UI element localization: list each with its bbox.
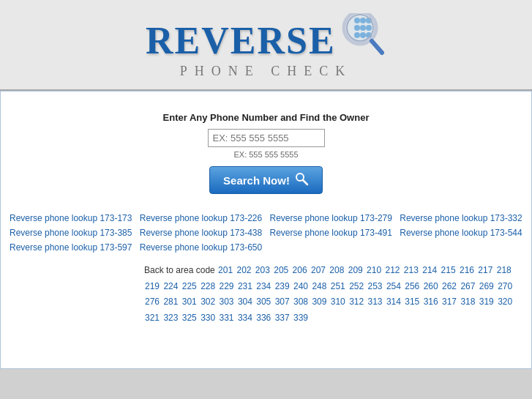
- search-btn-icon: [294, 171, 309, 189]
- area-code-link[interactable]: 260: [424, 281, 438, 291]
- area-code-link[interactable]: 267: [460, 281, 475, 291]
- area-code-link[interactable]: 307: [275, 297, 290, 307]
- area-code-link[interactable]: 303: [220, 297, 234, 307]
- area-code-link[interactable]: 304: [238, 297, 252, 307]
- area-code-link[interactable]: 321: [145, 313, 160, 323]
- area-code-link[interactable]: 276: [145, 297, 160, 307]
- area-code-link[interactable]: 208: [329, 265, 344, 275]
- area-code-link[interactable]: 219: [145, 281, 160, 291]
- link-col-3: Reverse phone lookup 173-279Reverse phon…: [270, 212, 393, 254]
- area-code-link[interactable]: 313: [368, 297, 383, 307]
- area-code-link[interactable]: 251: [331, 281, 345, 291]
- link-col-4: Reverse phone lookup 173-332Reverse phon…: [400, 212, 522, 254]
- area-code-link[interactable]: 270: [498, 281, 512, 291]
- area-code-link[interactable]: 269: [479, 281, 494, 291]
- area-code-link[interactable]: 203: [255, 265, 270, 275]
- logo-subtitle: PHONE CHECK: [146, 64, 386, 79]
- phone-links-grid: Reverse phone lookup 173-173Reverse phon…: [8, 212, 524, 254]
- phone-lookup-link[interactable]: Reverse phone lookup 173-385: [10, 226, 132, 239]
- phone-lookup-link[interactable]: Reverse phone lookup 173-438: [140, 226, 263, 239]
- area-code-link[interactable]: 213: [404, 265, 419, 275]
- area-code-link[interactable]: 214: [422, 265, 437, 275]
- area-code-link[interactable]: 305: [256, 297, 271, 307]
- area-code-link[interactable]: 212: [385, 265, 400, 275]
- area-code-link[interactable]: 320: [498, 297, 512, 307]
- phone-lookup-link[interactable]: Reverse phone lookup 173-226: [140, 212, 263, 225]
- area-code-link[interactable]: 319: [479, 297, 494, 307]
- phone-lookup-link[interactable]: Reverse phone lookup 173-491: [270, 226, 393, 239]
- area-code-link[interactable]: 331: [220, 313, 234, 323]
- phone-input[interactable]: [208, 129, 325, 147]
- area-code-link[interactable]: 310: [331, 297, 345, 307]
- area-code-link[interactable]: 256: [405, 281, 419, 291]
- area-code-link[interactable]: 240: [293, 281, 308, 291]
- area-code-link[interactable]: 337: [275, 313, 290, 323]
- phone-lookup-link[interactable]: Reverse phone lookup 173-597: [10, 241, 132, 254]
- area-code-link[interactable]: 314: [386, 297, 401, 307]
- area-code-link[interactable]: 315: [405, 297, 419, 307]
- area-code-link[interactable]: 201: [218, 265, 233, 275]
- area-code-link[interactable]: 207: [311, 265, 326, 275]
- area-code-link[interactable]: 216: [460, 265, 474, 275]
- link-col-1: Reverse phone lookup 173-173Reverse phon…: [10, 212, 132, 254]
- area-code-link[interactable]: 225: [182, 281, 197, 291]
- area-code-link[interactable]: 229: [220, 281, 234, 291]
- area-code-link[interactable]: 323: [163, 313, 178, 323]
- area-code-link[interactable]: 228: [201, 281, 215, 291]
- area-code-link[interactable]: 248: [312, 281, 326, 291]
- area-code-link[interactable]: 312: [349, 297, 364, 307]
- area-code-link[interactable]: 252: [349, 281, 364, 291]
- area-code-link[interactable]: 253: [368, 281, 383, 291]
- svg-line-11: [372, 41, 382, 53]
- phone-lookup-link[interactable]: Reverse phone lookup 173-173: [10, 212, 132, 225]
- phone-lookup-link[interactable]: Reverse phone lookup 173-332: [400, 212, 522, 225]
- logo-container: REVERSE PHONE CHECK: [146, 13, 386, 79]
- area-code-link[interactable]: 302: [201, 297, 215, 307]
- back-to-area-code: Back to area code 201 202 203 205 206 20…: [8, 263, 524, 326]
- area-code-link[interactable]: 309: [312, 297, 326, 307]
- area-code-link[interactable]: 231: [238, 281, 252, 291]
- area-code-link[interactable]: 308: [293, 297, 308, 307]
- logo-text: REVERSE: [146, 19, 336, 62]
- area-code-link[interactable]: 224: [163, 281, 178, 291]
- area-code-link[interactable]: 239: [275, 281, 290, 291]
- search-now-button[interactable]: Search Now!: [209, 166, 323, 194]
- area-code-link[interactable]: 202: [236, 265, 251, 275]
- area-code-link[interactable]: 205: [274, 265, 288, 275]
- area-code-link[interactable]: 334: [238, 313, 252, 323]
- area-code-link[interactable]: 209: [348, 265, 363, 275]
- phone-lookup-link[interactable]: Reverse phone lookup 173-279: [270, 212, 393, 225]
- area-code-link[interactable]: 234: [256, 281, 271, 291]
- area-code-link[interactable]: 336: [256, 313, 271, 323]
- magnifier-icon: [340, 13, 386, 62]
- link-col-2: Reverse phone lookup 173-226Reverse phon…: [140, 212, 263, 254]
- area-code-link[interactable]: 318: [460, 297, 475, 307]
- area-code-link[interactable]: 317: [442, 297, 457, 307]
- svg-point-10: [347, 15, 373, 41]
- area-code-link[interactable]: 210: [367, 265, 381, 275]
- example-text: EX: 555 555 5555: [8, 150, 524, 159]
- area-code-link[interactable]: 325: [182, 313, 197, 323]
- area-code-link[interactable]: 281: [163, 297, 178, 307]
- main-content: Enter Any Phone Number and Find the Owne…: [0, 91, 532, 369]
- phone-lookup-link[interactable]: Reverse phone lookup 173-650: [140, 241, 263, 254]
- area-code-link[interactable]: 218: [497, 265, 512, 275]
- search-label: Enter Any Phone Number and Find the Owne…: [8, 112, 524, 123]
- area-code-link[interactable]: 330: [201, 313, 215, 323]
- svg-line-13: [303, 180, 307, 184]
- area-code-link[interactable]: 254: [386, 281, 401, 291]
- area-code-link[interactable]: 215: [441, 265, 456, 275]
- area-code-link[interactable]: 316: [424, 297, 438, 307]
- area-code-link[interactable]: 206: [293, 265, 307, 275]
- area-code-link[interactable]: 301: [182, 297, 197, 307]
- back-label: Back to area code: [144, 265, 215, 275]
- area-code-link[interactable]: 262: [442, 281, 457, 291]
- search-section: Enter Any Phone Number and Find the Owne…: [8, 106, 524, 194]
- search-btn-label: Search Now!: [223, 174, 290, 187]
- site-header: REVERSE PHONE CHECK: [0, 0, 532, 91]
- phone-lookup-link[interactable]: Reverse phone lookup 173-544: [400, 226, 522, 239]
- area-code-link[interactable]: 339: [293, 313, 308, 323]
- area-code-link[interactable]: 217: [478, 265, 492, 275]
